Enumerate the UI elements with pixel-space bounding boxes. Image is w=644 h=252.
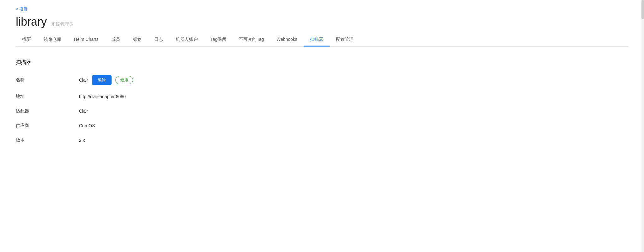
info-value-version: 2.x [79,138,85,143]
edit-button-name[interactable]: 编辑 [92,75,112,85]
nav-tab-config[interactable]: 配置管理 [330,34,360,47]
info-value-text-vendor: CoreOS [79,123,95,128]
nav-tab-scanner[interactable]: 扫描器 [304,34,330,47]
top-header: < 项目 library 系统管理员 概要镜像仓库Helm Charts成员标签… [0,0,644,47]
info-value-name: Clair编辑健康 [79,75,133,85]
info-label-adapter: 适配器 [16,108,79,114]
nav-tab-overview[interactable]: 概要 [16,34,37,47]
info-value-text-address: http://clair-adapter:8080 [79,94,126,99]
info-row-vendor: 供应商CoreOS [16,123,628,129]
nav-tab-robot[interactable]: 机器人账户 [169,34,204,47]
info-row-adapter: 适配器Clair [16,108,628,114]
info-row-address: 地址http://clair-adapter:8080 [16,94,628,99]
info-value-text-adapter: Clair [79,109,88,114]
project-role: 系统管理员 [51,22,73,27]
nav-tab-members[interactable]: 成员 [105,34,126,47]
scrollbar-track[interactable] [641,0,644,252]
nav-tabs: 概要镜像仓库Helm Charts成员标签日志机器人账户Tag保留不可变的Tag… [16,34,628,47]
page-container: < 项目 library 系统管理员 概要镜像仓库Helm Charts成员标签… [0,0,644,252]
info-label-address: 地址 [16,94,79,99]
info-label-name: 名称 [16,77,79,83]
project-name: library [16,15,47,28]
nav-tab-helm[interactable]: Helm Charts [68,34,105,47]
scanner-info-grid: 名称Clair编辑健康地址http://clair-adapter:8080适配… [16,75,628,143]
content-area: 扫描器 名称Clair编辑健康地址http://clair-adapter:80… [0,47,644,156]
info-value-adapter: Clair [79,109,88,114]
nav-tab-immutable-tag[interactable]: 不可变的Tag [233,34,270,47]
info-label-vendor: 供应商 [16,123,79,129]
info-row-name: 名称Clair编辑健康 [16,75,628,85]
section-title: 扫描器 [16,59,628,66]
nav-tab-logs[interactable]: 日志 [148,34,169,47]
info-value-text-version: 2.x [79,138,85,143]
info-value-vendor: CoreOS [79,123,95,128]
nav-tab-tag-retention[interactable]: Tag保留 [204,34,233,47]
info-label-version: 版本 [16,137,79,143]
scrollbar-thumb[interactable] [641,0,644,19]
info-value-text-name: Clair [79,78,88,83]
nav-tab-webhooks[interactable]: Webhooks [270,34,304,47]
health-badge: 健康 [115,76,133,84]
project-title: library 系统管理员 [16,15,628,28]
nav-tab-tags[interactable]: 标签 [126,34,148,47]
breadcrumb[interactable]: < 项目 [16,6,628,12]
info-value-address: http://clair-adapter:8080 [79,94,126,99]
info-row-version: 版本2.x [16,137,628,143]
nav-tab-registry[interactable]: 镜像仓库 [37,34,68,47]
